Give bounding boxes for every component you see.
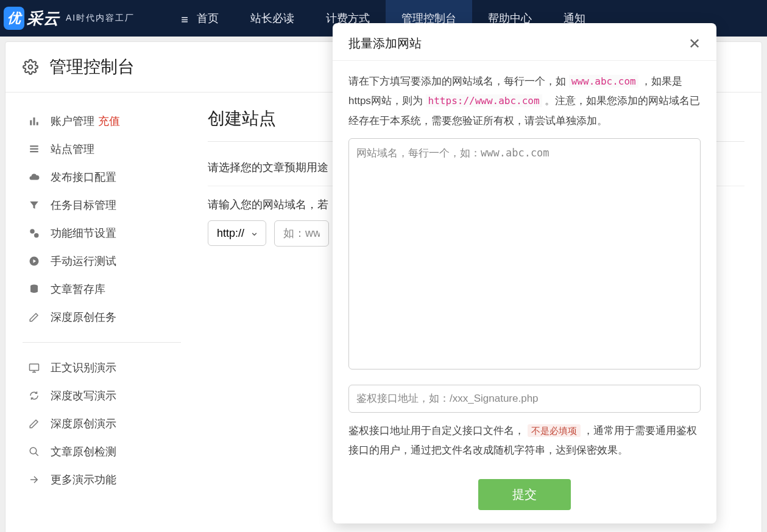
auth-url-input[interactable] [348,385,701,413]
optional-badge: 不是必填项 [528,424,581,437]
domains-textarea[interactable] [348,138,701,369]
bulk-add-modal: 批量添加网站 ✕ 请在下方填写要添加的网站域名，每行一个，如 www.abc.c… [333,23,716,523]
modal-body: 请在下方填写要添加的网站域名，每行一个，如 www.abc.com ，如果是ht… [333,61,716,475]
modal-overlay: 批量添加网站 ✕ 请在下方填写要添加的网站域名，每行一个，如 www.abc.c… [0,0,767,532]
code-sample-1: www.abc.com [569,75,638,88]
auth-note: 鉴权接口地址用于自定义接口文件名， 不是必填项 ，通常用于需要通用鉴权接口的用户… [348,421,701,461]
modal-title: 批量添加网站 [348,35,422,52]
modal-intro: 请在下方填写要添加的网站域名，每行一个，如 www.abc.com ，如果是ht… [348,72,701,131]
note-text: 鉴权接口地址用于自定义接口文件名， [348,425,525,436]
modal-footer: 提交 [333,475,716,523]
intro-text: 请在下方填写要添加的网站域名，每行一个，如 [348,75,569,87]
modal-header: 批量添加网站 ✕ [333,23,716,61]
submit-button[interactable]: 提交 [478,479,571,510]
close-icon[interactable]: ✕ [688,37,701,51]
code-sample-2: https://www.abc.com [426,94,542,107]
